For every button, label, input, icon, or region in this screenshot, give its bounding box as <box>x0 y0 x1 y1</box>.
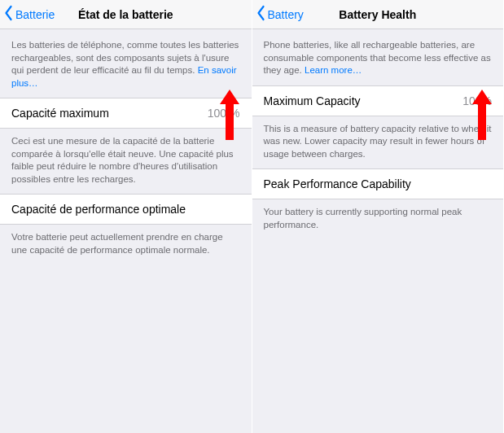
max-capacity-value: 100% <box>462 94 492 107</box>
intro-text: Phone batteries, like all rechargeable b… <box>264 40 491 75</box>
intro-description: Phone batteries, like all rechargeable b… <box>252 29 504 85</box>
phone-screen-right: Battery Battery Health Phone batteries, … <box>252 0 505 433</box>
back-button[interactable]: Batterie <box>0 5 55 24</box>
peak-performance-row: Capacité de performance optimale <box>0 194 252 225</box>
chevron-left-icon <box>256 5 266 24</box>
back-label: Batterie <box>15 8 55 21</box>
navbar: Batterie État de la batterie <box>0 0 252 29</box>
intro-description: Les batteries de téléphone, comme toutes… <box>0 29 252 98</box>
max-capacity-row: Capacité maximum 100 % <box>0 98 252 129</box>
peak-performance-description: Votre batterie peut actuellement prendre… <box>0 225 252 265</box>
max-capacity-value: 100 % <box>208 107 240 120</box>
chevron-left-icon <box>3 5 14 24</box>
learn-more-link[interactable]: Learn more… <box>305 65 362 75</box>
phone-screen-left: Batterie État de la batterie Les batteri… <box>0 0 252 433</box>
peak-performance-label: Capacité de performance optimale <box>11 203 186 216</box>
peak-performance-row: Peak Performance Capability <box>252 168 504 199</box>
max-capacity-row: Maximum Capacity 100% <box>252 85 504 116</box>
max-capacity-label: Maximum Capacity <box>264 94 361 107</box>
max-capacity-label: Capacité maximum <box>11 107 109 120</box>
peak-performance-description: Your battery is currently supporting nor… <box>252 199 504 239</box>
max-capacity-description: Ceci est une mesure de la capacité de la… <box>0 129 252 194</box>
back-button[interactable]: Battery <box>252 5 304 24</box>
navbar: Battery Battery Health <box>252 0 504 29</box>
back-label: Battery <box>268 8 304 21</box>
peak-performance-label: Peak Performance Capability <box>264 177 411 190</box>
max-capacity-description: This is a measure of battery capacity re… <box>252 116 504 169</box>
